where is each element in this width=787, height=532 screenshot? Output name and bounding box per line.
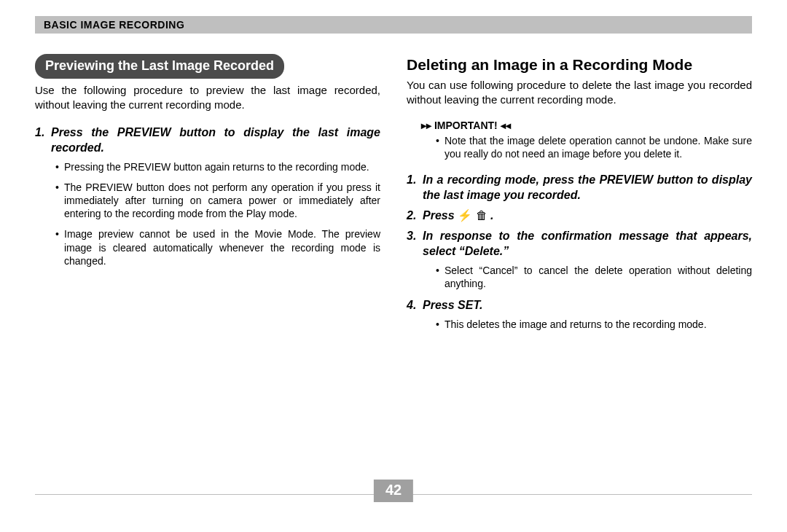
bullet-dot: • [436, 318, 445, 331]
important-label: ▸▸ IMPORTANT! ◂◂ [421, 120, 752, 131]
bullet-text: Image preview cannot be used in the Movi… [64, 227, 380, 267]
page-number: 42 [374, 480, 413, 502]
trash-icon: 🗑 [476, 209, 488, 222]
step-text: In response to the confirmation message … [423, 228, 752, 259]
left-column: Previewing the Last Image Recorded Use t… [35, 54, 380, 474]
page-footer: 42 [35, 480, 752, 504]
step-number: 2. [407, 208, 423, 224]
step-number: 1. [407, 172, 423, 188]
bullet-item: • Pressing the PREVIEW button again retu… [55, 160, 380, 173]
section-header: BASIC IMAGE RECORDING [35, 16, 752, 34]
step-number: 1. [35, 125, 51, 141]
important-note-text: Note that the image delete operation can… [445, 134, 752, 160]
step-number: 3. [407, 228, 423, 244]
previewing-title: Previewing the Last Image Recorded [35, 54, 284, 79]
flash-icon: ⚡ [458, 209, 472, 222]
right-step-3: 3. In response to the confirmation messa… [407, 228, 752, 259]
bullet-text: Pressing the PREVIEW button again return… [64, 160, 380, 173]
deleting-title: Deleting an Image in a Recording Mode [407, 56, 752, 74]
content: Previewing the Last Image Recorded Use t… [35, 54, 752, 474]
important-text: IMPORTANT! [434, 120, 498, 131]
step-text: Press the PREVIEW button to display the … [51, 125, 380, 156]
bullet-text: This deletes the image and returns to th… [445, 318, 752, 331]
important-note: • Note that the image delete operation c… [436, 134, 752, 160]
deleting-intro: You can use following procedure to delet… [407, 78, 752, 108]
step-number: 4. [407, 297, 423, 313]
right-column: Deleting an Image in a Recording Mode Yo… [407, 54, 752, 474]
bullet-dot: • [55, 227, 64, 240]
step-text: In a recording mode, press the PREVIEW b… [423, 172, 752, 203]
step-text: Press SET. [423, 297, 752, 313]
bullet-dot: • [55, 160, 64, 173]
bullet-dot: • [55, 181, 64, 194]
section-header-text: BASIC IMAGE RECORDING [44, 19, 184, 31]
right-step-2: 2. Press ⚡ 🗑 . [407, 208, 752, 224]
bullet-item: • The PREVIEW button does not perform an… [55, 181, 380, 221]
bullet-item: • Select “Cancel” to cancel the delete o… [436, 264, 752, 290]
right-step-4: 4. Press SET. [407, 297, 752, 313]
arrows-right-icon: ▸▸ [421, 120, 431, 131]
bullet-item: • Image preview cannot be used in the Mo… [55, 227, 380, 267]
bullet-text: Select “Cancel” to cancel the delete ope… [445, 264, 752, 290]
bullet-dot: • [436, 264, 445, 277]
previewing-intro: Use the following procedure to preview t… [35, 83, 380, 113]
bullet-item: • This deletes the image and returns to … [436, 318, 752, 331]
left-step-1: 1. Press the PREVIEW button to display t… [35, 125, 380, 156]
right-step-1: 1. In a recording mode, press the PREVIE… [407, 172, 752, 203]
arrows-left-icon: ◂◂ [501, 120, 511, 131]
step-text: Press ⚡ 🗑 . [423, 208, 752, 224]
bullet-dot: • [436, 134, 445, 147]
bullet-text: The PREVIEW button does not perform any … [64, 181, 380, 221]
